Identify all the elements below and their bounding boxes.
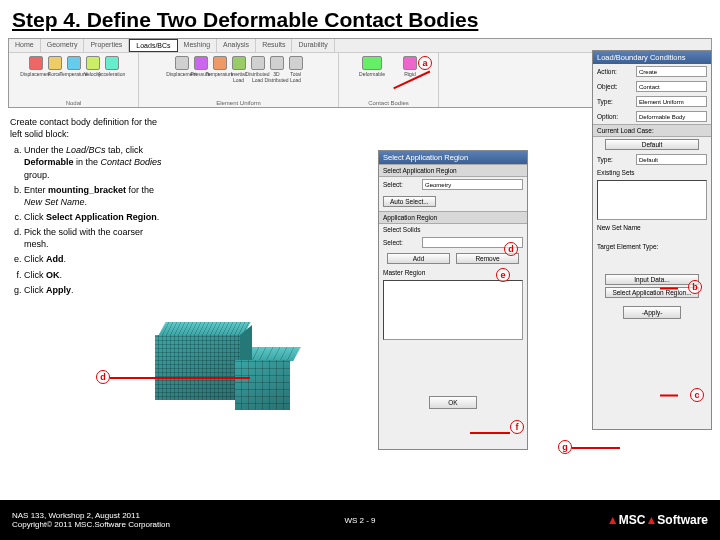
acceleration-icon[interactable]: Acceleration [104, 56, 120, 84]
default-button[interactable]: Default [605, 139, 699, 150]
panel-load-bc: Load/Boundary Conditions Action:Create O… [592, 50, 712, 430]
displacement-icon[interactable]: Displacement [28, 56, 44, 84]
lbc-currcase: Current Load Case: [593, 124, 711, 137]
tab-home[interactable]: Home [9, 39, 41, 52]
footer-line2: Copyright© 2011 MSC.Software Corporation [12, 520, 170, 529]
group-label-element: Element Uniform [143, 100, 334, 106]
ok-button[interactable]: OK [429, 396, 476, 409]
tab-geometry[interactable]: Geometry [41, 39, 85, 52]
callout-d-panel: d [504, 242, 518, 256]
slide-number: WS 2 - 9 [344, 516, 375, 525]
sar-head1: Select Application Region [379, 164, 527, 177]
el-displacement-icon[interactable]: Displacement [174, 56, 190, 84]
lbc-object-label: Object: [597, 83, 633, 90]
tab-properties[interactable]: Properties [84, 39, 129, 52]
lbc-target-label: Target Element Type: [593, 241, 711, 252]
sar-select2-label: Select: [383, 239, 419, 246]
velocity-icon[interactable]: Velocity [85, 56, 101, 84]
instr-intro: Create contact body definition for the l… [10, 116, 170, 140]
lbc-title: Load/Boundary Conditions [593, 51, 711, 64]
lbc-newset-label: New Set Name [593, 222, 711, 233]
tab-results[interactable]: Results [256, 39, 292, 52]
existing-sets-list[interactable] [597, 180, 707, 220]
instr-e: Click Add. [24, 253, 170, 265]
group-label-nodal: Nodal [13, 100, 134, 106]
distributed-icon[interactable]: Distributed Load [250, 56, 266, 84]
sar-title: Select Application Region [379, 151, 527, 164]
el-temp-icon[interactable]: Temperature [212, 56, 228, 84]
instr-c: Click Select Application Region. [24, 211, 170, 223]
callout-b: b [688, 280, 702, 294]
instr-b: Enter mounting_bracket for the New Set N… [24, 184, 170, 208]
temperature-icon[interactable]: Temperature [66, 56, 82, 84]
ribbon-group-element: Displacement Pressure Temperature Inerti… [139, 53, 339, 107]
lbc-existing-label: Existing Sets [593, 167, 711, 178]
lbc-action-label: Action: [597, 68, 633, 75]
instr-a: Under the Load/BCs tab, click Deformable… [24, 144, 170, 180]
lbc-action[interactable]: Create [636, 66, 707, 77]
input-data-button[interactable]: Input Data... [605, 274, 699, 285]
tab-loads-bcs[interactable]: Loads/BCs [129, 39, 177, 52]
callout-e: e [496, 268, 510, 282]
sar-select-value[interactable]: Geometry [422, 179, 523, 190]
callout-c: c [690, 388, 704, 402]
lbc-type2-label: Type: [597, 156, 633, 163]
footer-line1: NAS 133, Workshop 2, August 2011 [12, 511, 170, 520]
ribbon-group-nodal: Displacement Force Temperature Velocity … [9, 53, 139, 107]
instructions: Create contact body definition for the l… [10, 116, 170, 299]
force-icon[interactable]: Force [47, 56, 63, 84]
add-button[interactable]: Add [387, 253, 450, 264]
callout-d-model: d [96, 370, 110, 384]
tab-analysis[interactable]: Analysis [217, 39, 256, 52]
sar-select-solids-label: Select Solids [379, 224, 527, 235]
instr-d: Pick the solid with the coarser mesh. [24, 226, 170, 250]
sar-appreg-head: Application Region [379, 211, 527, 224]
auto-select-button[interactable]: Auto Select... [383, 196, 436, 207]
apply-button[interactable]: -Apply- [623, 306, 682, 319]
msc-logo: ▲MSC▲Software [607, 513, 708, 527]
lbc-type-label: Type: [597, 98, 633, 105]
sar-master-list[interactable] [383, 280, 523, 340]
page-title: Step 4. Define Two Deformable Contact Bo… [0, 0, 720, 36]
lbc-option[interactable]: Deformable Body [636, 111, 707, 122]
callout-a: a [418, 56, 432, 70]
footer: NAS 133, Workshop 2, August 2011 Copyrig… [0, 500, 720, 540]
callout-g: g [558, 440, 572, 454]
lbc-object[interactable]: Contact [636, 81, 707, 92]
distributed3d-icon[interactable]: 3D Distributed [269, 56, 285, 84]
callout-f: f [510, 420, 524, 434]
lbc-option-label: Option: [597, 113, 633, 120]
model-view[interactable] [145, 320, 305, 430]
instr-g: Click Apply. [24, 284, 170, 296]
sar-select-label: Select: [383, 181, 419, 188]
lbc-type2[interactable]: Default [636, 154, 707, 165]
tab-meshing[interactable]: Meshing [178, 39, 217, 52]
deformable-icon[interactable]: Deformable [352, 56, 392, 84]
pressure-icon[interactable]: Pressure [193, 56, 209, 84]
panel-select-application-region: Select Application Region Select Applica… [378, 150, 528, 450]
lbc-type[interactable]: Element Uniform [636, 96, 707, 107]
tab-durability[interactable]: Durability [292, 39, 334, 52]
group-label-contact: Contact Bodies [343, 100, 434, 106]
select-app-region-button[interactable]: Select Application Region... [605, 287, 699, 298]
instr-f: Click OK. [24, 269, 170, 281]
totalload-icon[interactable]: Total Load [288, 56, 304, 84]
inertial-icon[interactable]: Inertial Load [231, 56, 247, 84]
